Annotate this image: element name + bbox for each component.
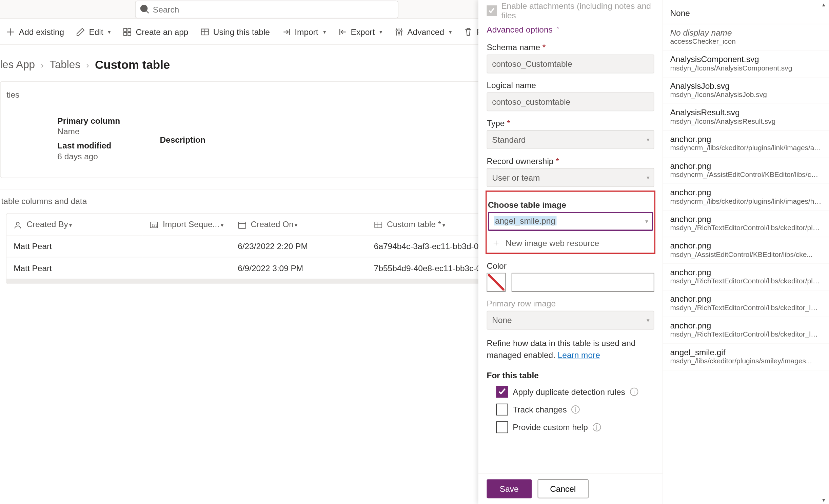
dropdown-item[interactable]: AnalysisJob.svgmsdyn_/Icons/AnalysisJob.… [663, 78, 829, 104]
svg-rect-2 [124, 32, 127, 35]
primary-row-image-label: Primary row image [487, 299, 654, 308]
edit-table-panel: Enable attachments (including notes and … [478, 0, 829, 504]
breadcrumb-tables[interactable]: Tables [50, 59, 80, 71]
export-icon [338, 27, 347, 36]
search-input[interactable] [153, 4, 393, 14]
color-swatch[interactable] [487, 273, 506, 292]
dropdown-item[interactable]: anchor.pngmsdyn_/RichTextEditorControl/l… [663, 290, 829, 317]
advanced-button[interactable]: Advanced▾ [393, 24, 453, 39]
logical-name-input [487, 92, 654, 111]
color-input[interactable] [512, 273, 654, 292]
chevron-right-icon: › [86, 60, 89, 69]
chevron-right-icon: › [41, 60, 44, 69]
svg-point-17 [16, 222, 19, 225]
plus-icon: ＋ [491, 237, 501, 249]
using-table-button[interactable]: Using this table [199, 24, 271, 39]
enable-attachments-checkbox: Enable attachments (including notes and … [487, 1, 654, 20]
check-icon [488, 7, 495, 14]
svg-rect-0 [124, 28, 127, 31]
logical-name-label: Logical name [487, 80, 654, 90]
svg-point-6 [398, 32, 400, 34]
col-created-by[interactable]: Created By▾ [6, 214, 143, 235]
edit-button[interactable]: Edit▾ [75, 24, 112, 39]
grid-icon [123, 27, 132, 36]
svg-rect-4 [201, 29, 209, 35]
refine-text: Refine how data in this table is used an… [487, 338, 654, 361]
chevron-up-icon: ˄ [556, 26, 559, 34]
dropdown-item[interactable]: anchor.pngmsdyn_/RichTextEditorControl/l… [663, 317, 829, 344]
cancel-button[interactable]: Cancel [537, 479, 588, 498]
image-dropdown-list[interactable]: ▴ None No display nameaccessChecker_icon… [663, 0, 829, 504]
svg-rect-20 [238, 222, 245, 228]
choose-image-section: Choose table image angel_smile.png ▾ ＋ N… [486, 190, 655, 254]
dropdown-none-item[interactable]: None [663, 2, 829, 24]
import-icon [282, 27, 291, 36]
record-ownership-select [487, 168, 654, 187]
search-box[interactable] [135, 0, 398, 18]
col-created-on[interactable]: Created On▾ [231, 214, 367, 235]
pencil-icon [76, 27, 85, 36]
dropdown-item[interactable]: anchor.pngmsdyncrm_/AssistEditControl/KB… [663, 157, 829, 184]
export-button[interactable]: Export▾ [337, 24, 384, 39]
create-app-button[interactable]: Create an app [122, 24, 190, 39]
apply-duplicate-checkbox[interactable]: Apply duplicate detection rules i [496, 386, 654, 398]
primary-row-image-select [487, 311, 654, 330]
learn-more-link[interactable]: Learn more [558, 350, 600, 360]
record-ownership-label: Record ownership [487, 156, 654, 166]
card-header-label: ties [6, 90, 19, 99]
type-select [487, 130, 654, 149]
dropdown-item[interactable]: No display nameaccessChecker_icon [663, 24, 829, 51]
person-icon [14, 221, 22, 229]
number-icon: 123 [150, 221, 158, 229]
scroll-down-icon[interactable]: ▾ [822, 497, 825, 503]
import-button[interactable]: Import▾ [280, 24, 327, 39]
col-import-seq[interactable]: 123 Import Seque...▾ [143, 214, 231, 235]
search-icon [140, 4, 150, 14]
svg-text:123: 123 [152, 224, 158, 227]
info-icon[interactable]: i [592, 423, 600, 431]
key-col-icon [374, 221, 382, 229]
check-icon [498, 388, 506, 396]
svg-rect-21 [375, 222, 382, 228]
track-changes-checkbox[interactable]: Track changes i [496, 404, 654, 416]
svg-rect-3 [128, 32, 131, 35]
description-label: Description [160, 135, 205, 144]
dropdown-item[interactable]: anchor.pngmsdyn_/AssistEditControl/KBEdi… [663, 237, 829, 264]
choose-image-label: Choose table image [488, 200, 653, 209]
for-this-table-label: For this table [487, 370, 654, 380]
dropdown-item[interactable]: AnalysisComponent.svgmsdyn_/Icons/Analys… [663, 51, 829, 78]
type-label: Type [487, 118, 654, 128]
info-icon[interactable]: i [571, 405, 579, 414]
advanced-options-toggle[interactable]: Advanced options ˄ [487, 25, 654, 34]
schema-name-input [487, 55, 654, 74]
plus-icon [6, 27, 15, 36]
color-label: Color [487, 261, 654, 270]
dropdown-item[interactable]: angel_smile.gifmsdyn_/libs/ckeditor/plug… [663, 344, 829, 370]
calendar-icon [238, 221, 246, 229]
breadcrumb-app[interactable]: les App [0, 59, 35, 71]
provide-help-checkbox[interactable]: Provide custom help i [496, 421, 654, 433]
dropdown-item[interactable]: anchor.pngmsdyn_/RichTextEditorControl/l… [663, 211, 829, 238]
new-image-resource-link[interactable]: ＋ New image web resource [488, 237, 653, 249]
svg-point-7 [401, 30, 402, 32]
trash-icon [464, 27, 473, 36]
dropdown-item[interactable]: anchor.pngmsdyncrm_/libs/ckeditor/plugin… [663, 184, 829, 211]
dropdown-item[interactable]: anchor.pngmsdyncrm_/libs/ckeditor/plugin… [663, 131, 829, 158]
sliders-icon [394, 27, 404, 36]
scroll-up-icon[interactable]: ▴ [822, 1, 825, 7]
breadcrumb-current: Custom table [95, 58, 170, 72]
add-existing-button[interactable]: Add existing [5, 24, 65, 39]
choose-image-combo[interactable]: angel_smile.png [488, 212, 653, 231]
schema-name-label: Schema name [487, 43, 654, 52]
dropdown-item[interactable]: anchor.pngmsdyn_/RichTextEditorControl/l… [663, 264, 829, 291]
dropdown-item[interactable]: AnalysisResult.svgmsdyn_/Icons/AnalysisR… [663, 104, 829, 131]
table-icon [200, 27, 210, 36]
svg-rect-1 [128, 28, 131, 31]
checkbox-disabled [487, 5, 496, 16]
svg-point-5 [396, 29, 398, 31]
info-icon[interactable]: i [630, 388, 638, 396]
save-button[interactable]: Save [487, 479, 532, 498]
